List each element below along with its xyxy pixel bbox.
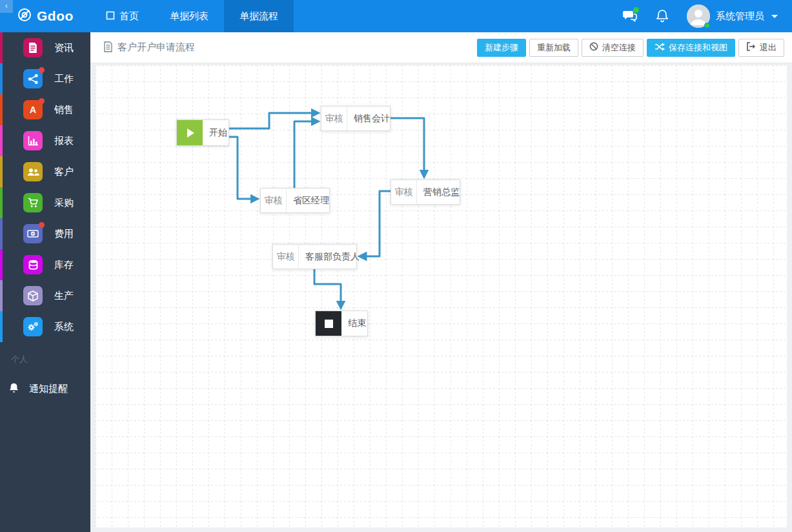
item-color-strip: [0, 156, 3, 187]
top-navbar: ‹ Gdoo 首页 单据列表 单据流程 系统管理员: [0, 0, 792, 32]
sidebar-item-label: 客户: [54, 166, 74, 178]
tab-home-label: 首页: [119, 10, 139, 23]
user-name: 系统管理员: [716, 10, 764, 23]
start-icon: [177, 120, 203, 145]
sidebar-items: 资讯工作A销售报表客户采购$费用库存生产系统: [0, 32, 90, 342]
sidebar-item-label: 库存: [54, 259, 74, 271]
flow-node-end[interactable]: 结束: [315, 311, 368, 336]
sidebar-item-customer[interactable]: 客户: [0, 156, 90, 187]
money-icon: $: [23, 224, 43, 243]
item-color-strip: [0, 311, 3, 342]
flow-node-step-1[interactable]: 审核销售会计: [321, 106, 391, 131]
chat-icon[interactable]: [622, 8, 638, 24]
sidebar-item-expense[interactable]: $费用: [0, 218, 90, 249]
sidebar-item-label: 费用: [54, 228, 74, 240]
node-label: 省区经理: [287, 189, 336, 212]
flow-canvas[interactable]: 开始审核销售会计审核省区经理审核营销总监审核客服部负责人结束: [96, 65, 787, 527]
node-label: 销售会计: [347, 107, 396, 130]
sales-a-icon: A: [23, 100, 43, 119]
reload-button[interactable]: 重新加载: [529, 39, 578, 57]
file-text-icon: [103, 41, 113, 54]
sidebar-item-label: 生产: [54, 290, 74, 302]
node-label: 结束: [341, 311, 372, 336]
clear-links-button[interactable]: 清空连接: [582, 39, 644, 57]
node-label: 客服部负责人: [299, 245, 366, 269]
exit-button[interactable]: 退出: [738, 39, 784, 57]
brand-name: Gdoo: [37, 8, 74, 24]
flow-node-step-4[interactable]: 审核客服部负责人: [272, 244, 357, 269]
news-icon: [23, 38, 43, 57]
navbar-right: 系统管理员: [622, 0, 792, 32]
tab-home[interactable]: 首页: [90, 0, 154, 32]
sidebar-item-report[interactable]: 报表: [0, 125, 90, 156]
item-color-strip: [0, 63, 3, 94]
button-label: 退出: [760, 42, 777, 54]
chat-unread-dot: [633, 7, 639, 13]
sidebar-item-system[interactable]: 系统: [0, 311, 90, 342]
main-content: 客户开户申请流程 新建步骤重新加载清空连接保存连接和视图退出 开始审核销售会计审…: [90, 32, 792, 532]
cart-icon: [23, 193, 43, 212]
home-icon: [106, 11, 115, 22]
share-icon: [23, 69, 43, 88]
page-title-text: 客户开户申请流程: [117, 41, 195, 54]
avatar: [687, 5, 710, 28]
sidebar-item-label: 工作: [54, 73, 74, 85]
users-icon: [23, 162, 43, 181]
flow-node-start[interactable]: 开始: [176, 119, 229, 146]
sidebar-item-stock[interactable]: 库存: [0, 249, 90, 280]
flow-node-step-3[interactable]: 审核营销总监: [391, 179, 460, 205]
tab-bill-list[interactable]: 单据列表: [154, 0, 224, 32]
gears-icon: [23, 317, 43, 336]
end-icon: [316, 311, 341, 336]
flow-node-step-2[interactable]: 审核省区经理: [260, 188, 330, 213]
cube-icon: [23, 286, 43, 305]
item-color-strip: [0, 125, 3, 156]
node-action-label: 审核: [261, 189, 287, 212]
sidebar-item-work[interactable]: 工作: [0, 63, 90, 94]
ban-icon: [589, 42, 598, 53]
sidebar-item-label: 通知提醒: [29, 383, 68, 395]
sidebar-item-label: 系统: [54, 321, 74, 333]
sidebar-item-label: 销售: [54, 104, 74, 116]
nav-tabs: 首页 单据列表 单据流程: [90, 0, 294, 32]
new-step-button[interactable]: 新建步骤: [477, 39, 526, 57]
page-title: 客户开户申请流程: [103, 41, 195, 54]
user-menu[interactable]: 系统管理员: [687, 5, 778, 28]
sidebar-item-sales[interactable]: A销售: [0, 94, 90, 125]
tab-bill-flow[interactable]: 单据流程: [224, 0, 294, 32]
sidebar-item-notifications[interactable]: 通知提醒: [0, 376, 90, 402]
sidebar-item-label: 报表: [54, 135, 74, 147]
sidebar-section-label: 个人: [11, 354, 90, 365]
sidebar: 资讯工作A销售报表客户采购$费用库存生产系统 个人 通知提醒: [0, 32, 90, 532]
notification-dot: [39, 98, 45, 104]
toolbar: 客户开户申请流程 新建步骤重新加载清空连接保存连接和视图退出: [90, 32, 792, 63]
item-color-strip: [0, 249, 3, 280]
node-action-label: 审核: [321, 107, 347, 130]
bell-icon[interactable]: [655, 8, 670, 24]
node-action-label: 审核: [391, 180, 417, 204]
tab-bill-flow-label: 单据流程: [239, 10, 278, 23]
node-label: 开始: [203, 120, 234, 145]
gdoo-logo-icon: [17, 7, 32, 25]
button-label: 清空连接: [602, 42, 636, 54]
notification-dot: [39, 67, 45, 73]
brand[interactable]: Gdoo: [0, 0, 90, 32]
sidebar-collapse-button[interactable]: ‹: [0, 0, 13, 13]
bar-chart-icon: [23, 131, 43, 150]
toolbar-buttons: 新建步骤重新加载清空连接保存连接和视图退出: [477, 39, 784, 57]
logout-icon: [746, 42, 756, 53]
item-color-strip: [0, 218, 3, 249]
sidebar-item-produce[interactable]: 生产: [0, 280, 90, 311]
button-label: 新建步骤: [485, 42, 518, 54]
save-view-button[interactable]: 保存连接和视图: [647, 39, 735, 57]
sidebar-item-news[interactable]: 资讯: [0, 32, 90, 63]
sidebar-item-label: 采购: [54, 197, 74, 209]
chevron-down-icon: [771, 15, 778, 18]
node-label: 营销总监: [417, 180, 466, 204]
item-color-strip: [0, 32, 3, 63]
sidebar-item-purchase[interactable]: 采购: [0, 187, 90, 218]
item-color-strip: [0, 280, 3, 311]
online-dot: [704, 23, 710, 28]
database-icon: [23, 255, 43, 274]
item-color-strip: [0, 94, 3, 125]
